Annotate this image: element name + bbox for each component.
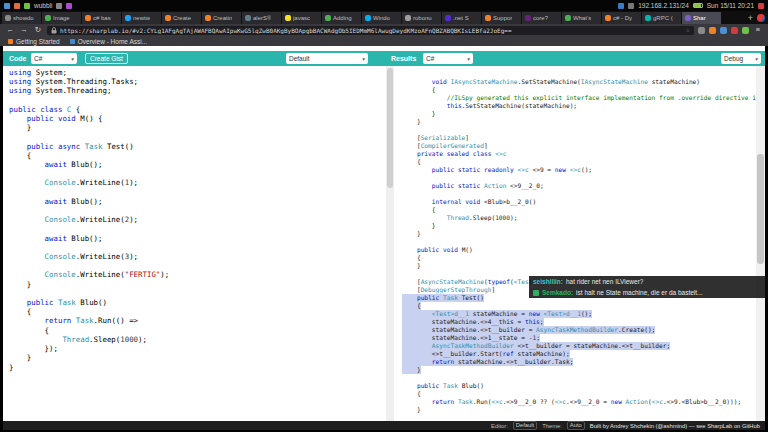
- tab-label: Windo: [373, 15, 390, 21]
- build-mode-select[interactable]: Debug ▾: [721, 53, 761, 64]
- code-line: //ILSpy generated this explicit interfac…: [402, 94, 756, 102]
- code-line: using System;: [9, 68, 386, 77]
- tab-label: c# - Dy: [613, 15, 632, 21]
- results-scrollbar[interactable]: [756, 66, 765, 421]
- browser-tab[interactable]: Windo: [362, 12, 402, 24]
- theme-setting-value[interactable]: Auto: [567, 421, 585, 430]
- browser-tab[interactable]: What's: [562, 12, 602, 24]
- browser-tab[interactable]: .net S: [442, 12, 482, 24]
- code-line: stateMachine.<>1__state = -1;: [402, 334, 540, 342]
- tab-label: c# bas: [93, 15, 111, 21]
- tab-label: robonu: [413, 15, 432, 21]
- browser-tab[interactable]: c# - Dy: [602, 12, 642, 24]
- code-line: await Blub();: [9, 197, 386, 206]
- code-line: [Serializable]: [402, 134, 469, 142]
- tab-overflow-icon[interactable]: [757, 14, 765, 22]
- browser-tab[interactable]: showdo: [2, 12, 42, 24]
- code-line: [402, 238, 412, 246]
- bookmarks-bar-items: Getting StartedOverview - Home Assi...: [8, 38, 147, 45]
- code-line: {: [402, 302, 421, 310]
- browser-tab[interactable]: Adding: [322, 12, 362, 24]
- results-pane[interactable]: void IAsyncStateMachine.SetStateMachine(…: [394, 66, 756, 421]
- power-icon[interactable]: [758, 3, 764, 9]
- tab-label: Create: [173, 15, 191, 21]
- code-line: using System.Threading;: [9, 86, 386, 95]
- results-lines: void IAsyncStateMachine.SetStateMachine(…: [402, 78, 756, 414]
- bookmark-favicon-icon: [8, 39, 13, 44]
- results-language-select[interactable]: C# ▾: [423, 53, 473, 64]
- build-mode-value: Debug: [724, 55, 743, 62]
- browser-tab[interactable]: core?: [522, 12, 562, 24]
- extension-icon[interactable]: [731, 27, 738, 34]
- tab-label: alerS®: [253, 15, 271, 21]
- tray-icon[interactable]: [618, 3, 624, 9]
- extension-icon[interactable]: [742, 27, 749, 34]
- code-line: return stateMachine.<>t__builder.Task;: [402, 358, 573, 366]
- browser-tab[interactable]: Creatin: [202, 12, 242, 24]
- new-tab-button[interactable]: +: [744, 12, 757, 24]
- bookmark-star-icon[interactable]: ☆: [686, 26, 690, 34]
- code-line: public void M(): [402, 246, 473, 254]
- footer-credits[interactable]: Built by Andrey Shchekin (@ashmind) — se…: [590, 423, 760, 429]
- app-icon[interactable]: [24, 3, 30, 9]
- app-icon[interactable]: [4, 3, 10, 9]
- back-icon[interactable]: ←: [5, 25, 15, 35]
- tab-favicon-icon: [365, 15, 371, 21]
- chat-text: ist halt ne State machine, die er da bas…: [576, 289, 702, 296]
- code-language-select[interactable]: C# ▾: [31, 53, 77, 64]
- code-language-value: C#: [34, 55, 42, 62]
- browser-tab[interactable]: alerS®: [242, 12, 282, 24]
- menu-icon[interactable]: ≡: [753, 25, 763, 35]
- code-line: {: [9, 151, 386, 160]
- tab-favicon-icon: [165, 15, 171, 21]
- branch-select[interactable]: Default ▾: [286, 53, 368, 64]
- tray-icon[interactable]: [628, 3, 634, 9]
- browser-tab[interactable]: Suppor: [482, 12, 522, 24]
- code-line: public async Task Test(): [9, 142, 386, 151]
- chat-text: hat rider net nen ILViewer?: [566, 278, 643, 285]
- results-scrollbar-thumb[interactable]: [757, 154, 764, 264]
- browser-tab[interactable]: gRPC (: [642, 12, 682, 24]
- browser-tab[interactable]: newtw: [122, 12, 162, 24]
- chevron-down-icon: ▾: [362, 56, 365, 62]
- url-bar[interactable]: https://sharplab.io/#v2:CYLg1AFgAgTAjAWA…: [47, 26, 694, 35]
- browser-tab[interactable]: javasc: [282, 12, 322, 24]
- bookmark-item[interactable]: Overview - Home Assi...: [70, 38, 147, 45]
- reload-icon[interactable]: ↻: [33, 25, 43, 35]
- app-icon[interactable]: [66, 3, 72, 9]
- app-icon[interactable]: [14, 3, 20, 9]
- create-gist-button[interactable]: Create Gist: [85, 53, 128, 64]
- app-icon[interactable]: [56, 3, 62, 9]
- code-line: [402, 174, 412, 182]
- chat-message: Semkado: ist halt ne State machine, die …: [529, 287, 768, 298]
- bookmark-label: Getting Started: [16, 38, 60, 45]
- code-line: [9, 132, 386, 141]
- browser-tab[interactable]: robonu: [402, 12, 442, 24]
- extension-icon[interactable]: [698, 27, 705, 34]
- tab-label: core?: [533, 15, 548, 21]
- code-line: [CompilerGenerated]: [402, 142, 488, 150]
- code-line: public Task Test(): [402, 294, 484, 302]
- extension-icon[interactable]: [709, 27, 716, 34]
- results-section-label: Results: [391, 55, 416, 62]
- editor-scrollbar-thumb[interactable]: [387, 68, 393, 188]
- code-line: this.SetStateMachine(stateMachine);: [402, 102, 577, 110]
- code-line: [9, 261, 386, 270]
- clock: Sun 15/11 20:21: [707, 2, 754, 9]
- bookmark-item[interactable]: Getting Started: [8, 38, 60, 45]
- code-line: stateMachine.<>t__builder = AsyncTaskMet…: [402, 326, 655, 334]
- bookmark-label: Overview - Home Assi...: [78, 38, 147, 45]
- tab-label: Image: [53, 15, 70, 21]
- browser-tab[interactable]: Image: [42, 12, 82, 24]
- extension-icon[interactable]: [720, 27, 727, 34]
- editor-scrollbar[interactable]: [386, 66, 394, 421]
- browser-tab[interactable]: Create: [162, 12, 202, 24]
- tab-favicon-icon: [125, 15, 131, 21]
- tab-label: What's: [573, 15, 591, 21]
- editor-setting-value[interactable]: Default: [513, 421, 537, 430]
- code-line: [DebuggerStepThrough]: [402, 286, 495, 294]
- code-editor[interactable]: using System;using System.Threading.Task…: [3, 66, 386, 421]
- browser-tab[interactable]: c# bas: [82, 12, 122, 24]
- forward-icon[interactable]: →: [19, 25, 29, 35]
- browser-tab[interactable]: Shar: [682, 12, 722, 24]
